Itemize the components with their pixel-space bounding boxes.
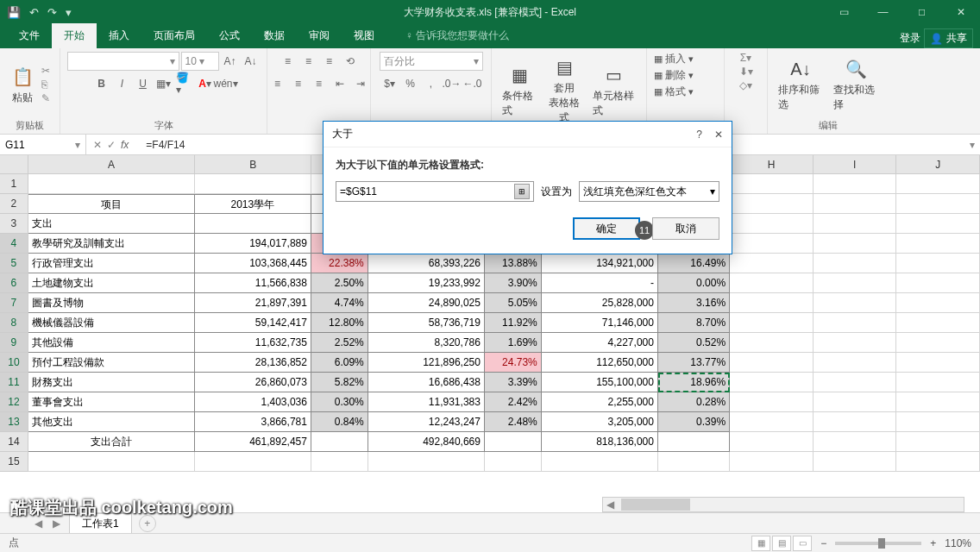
- cell[interactable]: 2.42%: [485, 392, 542, 412]
- cell[interactable]: 155,100,000: [542, 373, 658, 392]
- cell[interactable]: 2.48%: [485, 412, 542, 432]
- cell[interactable]: 818,136,000: [542, 432, 658, 452]
- cell[interactable]: 19,233,992: [368, 273, 485, 293]
- cell[interactable]: 22.38%: [311, 254, 368, 273]
- percent-icon[interactable]: %: [401, 74, 420, 93]
- dec-decimal-icon[interactable]: ←.0: [463, 74, 482, 93]
- row-header[interactable]: 12: [0, 392, 28, 412]
- cell[interactable]: [896, 432, 980, 452]
- cell[interactable]: 16.49%: [658, 254, 730, 273]
- cell[interactable]: 58,736,719: [368, 313, 485, 333]
- row-header[interactable]: 1: [0, 174, 28, 194]
- cell[interactable]: 11.92%: [485, 313, 542, 333]
- cell[interactable]: [896, 234, 980, 254]
- find-select-button[interactable]: 🔍查找和选择: [830, 53, 882, 116]
- cell[interactable]: 3,866,781: [195, 412, 311, 432]
- currency-icon[interactable]: $▾: [380, 74, 399, 93]
- dialog-value-input[interactable]: =$G$11 ⊞: [336, 181, 534, 202]
- cell[interactable]: [814, 432, 897, 452]
- tab-layout[interactable]: 页面布局: [141, 23, 207, 48]
- cell[interactable]: [814, 452, 897, 472]
- table-format-button[interactable]: ▤套用 表格格式: [543, 52, 585, 129]
- cell[interactable]: [896, 273, 980, 293]
- cell[interactable]: 2.50%: [311, 273, 368, 293]
- redo-icon[interactable]: ↷: [47, 6, 57, 19]
- cell[interactable]: [814, 392, 897, 412]
- dialog-cancel-button[interactable]: 取消: [652, 217, 719, 240]
- cell[interactable]: 0.30%: [311, 392, 368, 412]
- row-header[interactable]: 11: [0, 373, 28, 392]
- row-header[interactable]: 3: [0, 214, 28, 234]
- cells-insert-button[interactable]: ▦ 插入 ▾: [654, 52, 694, 66]
- cell[interactable]: 68,393,226: [368, 254, 485, 273]
- cell[interactable]: [814, 234, 897, 254]
- row-header[interactable]: 8: [0, 313, 28, 333]
- col-header-A[interactable]: A: [28, 155, 195, 173]
- cell[interactable]: 12.80%: [311, 313, 368, 333]
- view-page-icon[interactable]: ▤: [772, 536, 791, 551]
- cell[interactable]: 4.74%: [311, 293, 368, 313]
- cell[interactable]: 8,320,786: [368, 333, 485, 353]
- row-header[interactable]: 2: [0, 194, 28, 214]
- cell[interactable]: -: [542, 273, 658, 293]
- col-header-I[interactable]: I: [814, 155, 897, 173]
- align-bot-icon[interactable]: ≡: [320, 52, 339, 71]
- increase-font-icon[interactable]: A↑: [221, 52, 240, 71]
- cell[interactable]: [896, 194, 980, 214]
- cell[interactable]: 3,205,000: [542, 412, 658, 432]
- row-header[interactable]: 14: [0, 432, 28, 452]
- dialog-close-icon[interactable]: ✕: [714, 129, 723, 141]
- phonetic-icon[interactable]: wén▾: [217, 74, 236, 93]
- cell[interactable]: [814, 313, 897, 333]
- cell[interactable]: [730, 432, 814, 452]
- cell-style-button[interactable]: ▭单元格样式: [589, 60, 639, 122]
- cell[interactable]: [730, 353, 814, 373]
- cell[interactable]: [658, 432, 730, 452]
- align-left-icon[interactable]: ≡: [268, 74, 287, 93]
- cell[interactable]: 28,136,852: [195, 353, 311, 373]
- copy-icon[interactable]: ⎘: [41, 78, 50, 91]
- cell[interactable]: [814, 254, 897, 273]
- cell[interactable]: [896, 392, 980, 412]
- cell[interactable]: [896, 412, 980, 432]
- cells-format-button[interactable]: ▦ 格式 ▾: [654, 85, 694, 99]
- cell[interactable]: [730, 174, 814, 194]
- cell[interactable]: [896, 293, 980, 313]
- tab-file[interactable]: 文件: [7, 23, 52, 48]
- fill-icon[interactable]: ⬇▾: [739, 66, 753, 78]
- tab-view[interactable]: 视图: [342, 23, 386, 48]
- cell[interactable]: 103,368,445: [195, 254, 311, 273]
- cell[interactable]: 21,897,391: [195, 293, 311, 313]
- row-header[interactable]: 15: [0, 452, 28, 472]
- cell[interactable]: 2,255,000: [542, 392, 658, 412]
- range-picker-icon[interactable]: ⊞: [514, 184, 530, 199]
- cell[interactable]: 11,632,735: [195, 333, 311, 353]
- cell[interactable]: 18.96%: [658, 373, 730, 392]
- cell[interactable]: [896, 353, 980, 373]
- cell[interactable]: [730, 273, 814, 293]
- cell[interactable]: [730, 392, 814, 412]
- cell[interactable]: 492,840,669: [368, 432, 485, 452]
- save-icon[interactable]: 💾: [7, 6, 21, 19]
- tab-review[interactable]: 审阅: [297, 23, 342, 48]
- cell[interactable]: [814, 353, 897, 373]
- tab-formula[interactable]: 公式: [207, 23, 252, 48]
- cell[interactable]: [896, 254, 980, 273]
- cell[interactable]: 2013學年: [195, 194, 311, 214]
- close-icon[interactable]: ✕: [941, 0, 980, 24]
- cell[interactable]: 16,686,438: [368, 373, 485, 392]
- cell[interactable]: 行政管理支出: [28, 254, 195, 273]
- cell[interactable]: 1.69%: [485, 333, 542, 353]
- cell[interactable]: 董事會支出: [28, 392, 195, 412]
- cell[interactable]: 4,227,000: [542, 333, 658, 353]
- row-header[interactable]: 9: [0, 333, 28, 353]
- cell[interactable]: 0.28%: [658, 392, 730, 412]
- cells-delete-button[interactable]: ▦ 删除 ▾: [654, 68, 694, 83]
- col-header-B[interactable]: B: [195, 155, 311, 173]
- cell[interactable]: 461,892,457: [195, 432, 311, 452]
- dialog-format-select[interactable]: 浅红填充色深红色文本 ▾: [579, 181, 719, 202]
- cell[interactable]: 其他設備: [28, 333, 195, 353]
- sort-filter-button[interactable]: A↓排序和筛选: [775, 53, 826, 116]
- cell[interactable]: 土地建物支出: [28, 273, 195, 293]
- cell[interactable]: [311, 432, 368, 452]
